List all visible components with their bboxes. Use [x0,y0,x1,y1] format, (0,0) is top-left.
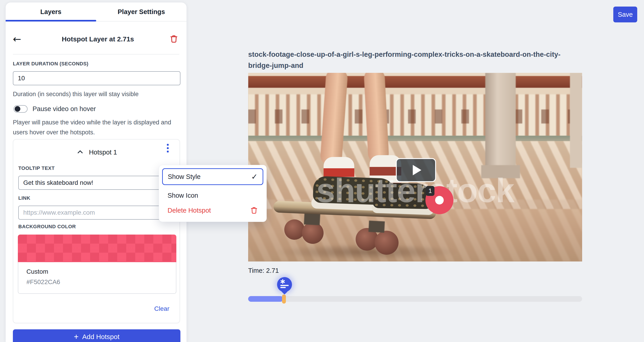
tab-player-settings[interactable]: Player Settings [96,3,187,21]
trash-icon [170,41,178,44]
timeline-position-marker[interactable] [282,294,286,303]
layer-duration-input[interactable] [13,71,180,85]
video-title: stock-footage-close-up-of-a-girl-s-leg-p… [248,49,578,71]
tooltip-text-input[interactable] [18,176,176,190]
menu-item-delete-hotspot[interactable]: Delete Hotspot [162,204,263,217]
color-info: Custom #F5022CA6 [18,262,176,294]
link-input[interactable] [18,206,176,220]
layer-title: Hotspot Layer at 2.71s [27,35,168,43]
chevron-up-icon [76,153,84,156]
layer-duration-label: LAYER DURATION (SECONDS) [13,61,88,67]
collapse-hotspot-button[interactable] [76,148,84,156]
video-player: shutterstock 1 [248,73,582,261]
hotspot-layer-pin[interactable] [277,277,292,294]
color-hex-value: #F5022CA6 [26,278,176,286]
hotspot-context-menu: Show Style ✓ Show Icon Delete Hotspot [159,165,267,222]
layer-duration-helper: Duration (in seconds) this layer will st… [13,91,139,98]
hotspot-card: Hotspot 1 TOOLTIP TEXT LINK BACKGROUND C… [13,139,180,323]
trash-icon [250,207,258,214]
color-swatch[interactable] [18,235,176,262]
pause-on-hover-toggle[interactable] [14,105,28,113]
pause-on-hover-helper: Player will pause the video while the la… [13,117,173,137]
time-label: Time: 2.71 [248,267,279,274]
kebab-menu-icon [167,144,169,146]
hotspot-center-dot [435,196,444,205]
hotspot-card-title: Hotspot 1 [89,149,117,156]
timeline-track[interactable] [248,296,582,302]
color-name: Custom [26,268,176,275]
plus-icon: + [74,333,78,341]
save-button[interactable]: Save [613,7,637,22]
delete-layer-button[interactable] [168,34,179,45]
hotspot-menu-button[interactable] [163,141,173,155]
pause-on-hover-label: Pause video on hover [32,105,96,113]
clear-color-button[interactable]: Clear [154,305,169,312]
panel-tabs: Layers Player Settings [6,3,186,22]
background-color-label: BACKGROUND COLOR [18,224,76,230]
play-icon [413,165,421,175]
back-button[interactable]: ← [13,34,27,44]
hotspot-number-badge: 1 [426,186,434,196]
menu-item-show-icon[interactable]: Show Icon [162,189,263,202]
timeline-progress-fill [248,296,283,302]
divider [13,54,179,55]
toggle-knob [15,106,20,112]
play-button[interactable] [396,158,436,182]
menu-item-show-style[interactable]: Show Style ✓ [162,168,263,185]
tab-layers[interactable]: Layers [6,3,96,21]
add-hotspot-button[interactable]: + Add Hotspot [13,329,180,342]
check-icon: ✓ [251,172,258,181]
layer-header: ← Hotspot Layer at 2.71s [13,31,179,47]
tooltip-text-label: TOOLTIP TEXT [18,165,55,171]
link-label: LINK [18,195,30,201]
